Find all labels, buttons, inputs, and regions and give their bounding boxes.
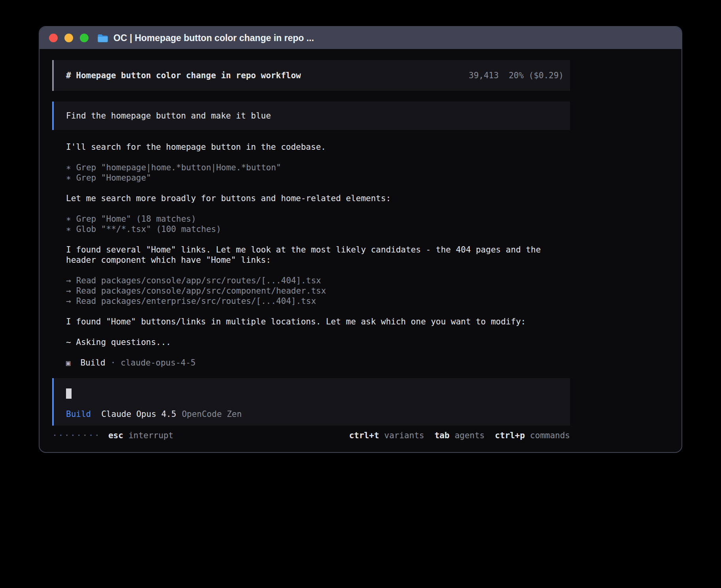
tool-call-group: ∗Grep "Home" (18 matches) ∗Glob "**/*.ts… xyxy=(66,214,570,234)
minimize-button[interactable] xyxy=(64,34,73,42)
asterisk-icon: ∗ xyxy=(66,214,71,224)
hotkey-label: commands xyxy=(530,431,570,440)
window-title: OC | Homepage button color change in rep… xyxy=(113,33,314,43)
tool-call-text: Read packages/console/app/src/component/… xyxy=(76,286,326,296)
asterisk-icon: ∗ xyxy=(66,163,71,172)
tool-call: ∗Grep "homepage|home.*button|Home.*butto… xyxy=(66,162,570,173)
agent-name: Build xyxy=(80,358,105,368)
tool-call: →Read packages/console/app/src/component… xyxy=(66,286,570,296)
agent-mode-label[interactable]: Build xyxy=(66,409,91,419)
arrow-right-icon: → xyxy=(66,276,71,285)
terminal-content: # Homepage button color change in repo w… xyxy=(52,60,570,441)
hotkey-key: ctrl+t xyxy=(349,431,379,440)
tool-call: ∗Glob "**/*.tsx" (100 matches) xyxy=(66,224,570,234)
tool-call-group: →Read packages/console/app/src/routes/[.… xyxy=(66,275,570,306)
assistant-text: I found several "Home" links. Let me loo… xyxy=(66,245,570,265)
tool-call-text: Glob "**/*.tsx" (100 matches) xyxy=(76,224,221,234)
session-header: # Homepage button color change in repo w… xyxy=(52,60,570,91)
prompt-input[interactable]: Build Claude Opus 4.5 OpenCode Zen xyxy=(52,378,570,426)
asterisk-icon: ∗ xyxy=(66,173,71,183)
statusbar-left: ········ escinterrupt xyxy=(52,430,174,441)
tool-call: ∗Grep "Home" (18 matches) xyxy=(66,214,570,224)
arrow-right-icon: → xyxy=(66,286,71,296)
hotkey-variants: ctrl+tvariants xyxy=(349,430,424,441)
tool-call-text: Grep "Home" (18 matches) xyxy=(76,214,196,224)
folder-icon xyxy=(97,34,108,43)
tool-call-text: Read packages/enterprise/src/routes/[...… xyxy=(76,296,316,306)
assistant-text: Let me search more broadly for buttons a… xyxy=(66,193,570,204)
hotkey-key: ctrl+p xyxy=(495,431,525,440)
assistant-text: I found "Home" buttons/links in multiple… xyxy=(66,317,570,327)
tool-call-group: ∗Grep "homepage|home.*button|Home.*butto… xyxy=(66,162,570,183)
session-stats: 39,413 20% ($0.29) xyxy=(469,71,564,80)
agent-status-line: ▣Build·claude-opus-4-5 xyxy=(66,358,570,368)
session-title: # Homepage button color change in repo w… xyxy=(66,71,301,80)
transcript: I'll search for the homepage button in t… xyxy=(66,142,570,368)
zoom-button[interactable] xyxy=(80,34,89,42)
model-name[interactable]: Claude Opus 4.5 xyxy=(101,409,176,419)
statusbar-right: ctrl+tvariants tabagents ctrl+pcommands xyxy=(349,430,570,441)
user-message-text: Find the homepage button and make it blu… xyxy=(66,111,271,121)
model-status-line: Build Claude Opus 4.5 OpenCode Zen xyxy=(66,409,570,419)
model-provider: OpenCode Zen xyxy=(182,409,242,419)
working-status-text: ~ Asking questions... xyxy=(66,337,570,347)
tool-call: →Read packages/enterprise/src/routes/[..… xyxy=(66,296,570,306)
hotkey-label: variants xyxy=(384,431,424,440)
hotkey-commands: ctrl+pcommands xyxy=(495,430,570,441)
hotkey-agents: tabagents xyxy=(434,430,485,441)
tool-call-text: Read packages/console/app/src/routes/[..… xyxy=(76,276,321,285)
assistant-text: I'll search for the homepage button in t… xyxy=(66,142,570,152)
close-button[interactable] xyxy=(49,34,58,42)
tool-call-text: Grep "Homepage" xyxy=(76,173,151,183)
hotkey-label: interrupt xyxy=(128,431,174,440)
hotkey-key: tab xyxy=(434,431,449,440)
statusbar: ········ escinterrupt ctrl+tvariants tab… xyxy=(52,430,570,441)
agent-square-icon: ▣ xyxy=(66,358,70,368)
agent-model: claude-opus-4-5 xyxy=(121,358,196,368)
hotkey-label: agents xyxy=(455,431,485,440)
titlebar[interactable]: OC | Homepage button color change in rep… xyxy=(40,27,681,49)
hotkey-key: esc xyxy=(108,431,123,440)
hotkey-interrupt: escinterrupt xyxy=(108,430,174,441)
tool-call-text: Grep "homepage|home.*button|Home.*button… xyxy=(76,163,281,172)
separator-dot: · xyxy=(111,358,116,368)
text-cursor xyxy=(66,388,72,399)
traffic-lights xyxy=(49,34,89,42)
terminal-window: OC | Homepage button color change in rep… xyxy=(39,26,682,453)
user-message: Find the homepage button and make it blu… xyxy=(52,102,570,130)
spinner-dots-icon: ········ xyxy=(52,430,100,441)
arrow-right-icon: → xyxy=(66,296,71,306)
asterisk-icon: ∗ xyxy=(66,224,71,234)
tool-call: →Read packages/console/app/src/routes/[.… xyxy=(66,275,570,286)
tool-call: ∗Grep "Homepage" xyxy=(66,173,570,183)
title-group: OC | Homepage button color change in rep… xyxy=(97,33,314,43)
